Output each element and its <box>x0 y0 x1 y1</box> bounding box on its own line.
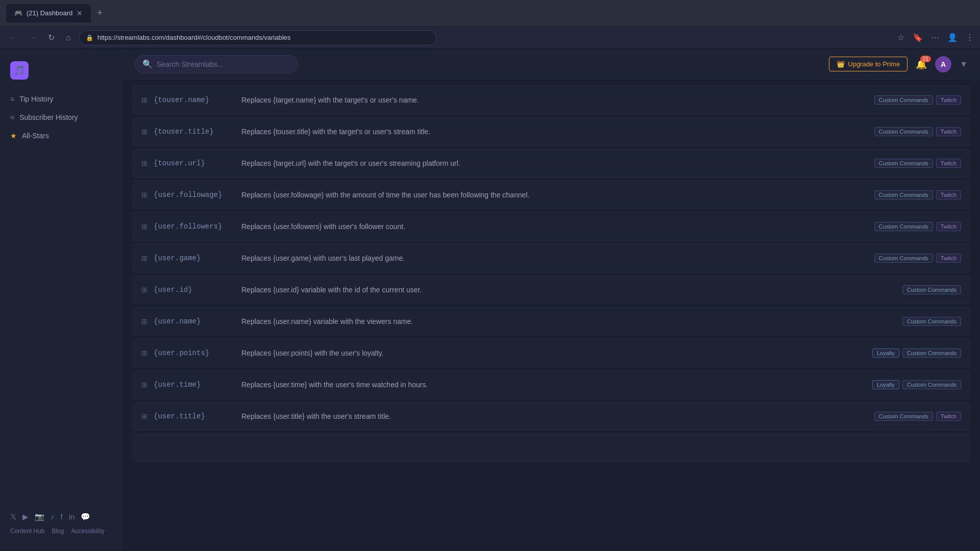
variable-name: {user.time} <box>154 381 235 389</box>
expand-icon[interactable]: ⊞ <box>141 381 148 389</box>
youtube-link[interactable]: ▶ <box>22 512 29 521</box>
user-avatar[interactable]: A <box>935 56 951 72</box>
address-bar[interactable]: 🔒 https://streamlabs.com/dashboard#/clou… <box>79 30 436 45</box>
forward-button[interactable]: → <box>26 31 40 44</box>
home-button[interactable]: ⌂ <box>63 31 74 44</box>
tab-favicon: 🎮 <box>14 9 22 17</box>
expand-icon[interactable]: ⊞ <box>141 128 148 136</box>
sidebar-nav: ≡ Tip History ≡ Subscriber History ★ All… <box>0 90 122 504</box>
variable-tag[interactable]: Loyalty <box>872 380 899 389</box>
header-actions: 👑 Upgrade to Prime 🔔 21 A ▼ <box>829 56 968 72</box>
variable-tag[interactable]: Twitch <box>936 127 961 136</box>
variable-description: Replaces {user.game} with user's last pl… <box>241 254 868 262</box>
user-dropdown-icon[interactable]: ▼ <box>960 60 968 69</box>
search-box[interactable]: 🔍 <box>135 55 298 73</box>
expand-icon[interactable]: ⊞ <box>141 286 148 294</box>
tiktok-link[interactable]: ♪ <box>51 512 55 521</box>
browser-tab-bar: 🎮 (21) Dashboard ✕ + <box>0 0 980 27</box>
variable-tag[interactable]: Custom Commands <box>874 412 933 421</box>
sidebar-item-tip-history[interactable]: ≡ Tip History <box>0 90 122 108</box>
twitter-link[interactable]: 𝕏 <box>10 512 16 521</box>
tab-close-button[interactable]: ✕ <box>77 9 83 17</box>
expand-icon[interactable]: ⊞ <box>141 191 148 199</box>
browser-nav-icons: ☆ 🔖 ⋯ 👤 ⋮ <box>897 33 974 42</box>
variable-row: ⊞{user.followers}Replaces {user.follower… <box>133 212 970 241</box>
variable-name: {user.name} <box>154 317 235 325</box>
refresh-button[interactable]: ↻ <box>45 31 58 44</box>
logo-icon: 🎵 <box>10 61 29 80</box>
variable-tag[interactable]: Custom Commands <box>902 380 961 389</box>
variable-tag[interactable]: Loyalty <box>872 348 899 358</box>
variable-tag[interactable]: Custom Commands <box>874 190 933 199</box>
variable-description: Replaces {target.url} with the target's … <box>241 159 868 167</box>
variable-tags: LoyaltyCustom Commands <box>872 348 961 358</box>
sidebar-item-all-stars[interactable]: ★ All-Stars <box>0 127 122 145</box>
back-button[interactable]: ← <box>6 31 20 44</box>
user-profile-icon[interactable]: 👤 <box>947 33 958 42</box>
accessibility-link[interactable]: Accessibility <box>71 528 104 535</box>
variable-tags: Custom Commands <box>902 317 961 326</box>
notification-badge: 21 <box>920 56 931 62</box>
variable-row: ⊞{touser.title}Replaces {touser.title} w… <box>133 117 970 146</box>
variable-tag[interactable]: Twitch <box>936 222 961 231</box>
variable-tags: LoyaltyCustom Commands <box>872 380 961 389</box>
extensions-icon[interactable]: ⋯ <box>931 33 939 42</box>
variable-name: {user.followage} <box>154 191 235 199</box>
main-content: 🔍 👑 Upgrade to Prime 🔔 21 A ▼ ⊞{touser.n… <box>122 49 980 551</box>
variable-tag[interactable]: Custom Commands <box>874 95 933 105</box>
variable-tag[interactable]: Custom Commands <box>902 317 961 326</box>
variable-row: ⊞{user.followage}Replaces {user.followag… <box>133 181 970 209</box>
sidebar-item-subscriber-history[interactable]: ≡ Subscriber History <box>0 108 122 127</box>
expand-icon[interactable]: ⊞ <box>141 317 148 325</box>
expand-icon[interactable]: ⊞ <box>141 349 148 357</box>
variable-tag[interactable]: Twitch <box>936 95 961 105</box>
search-input[interactable] <box>157 60 290 68</box>
variable-tags: Custom Commands <box>902 285 961 294</box>
variable-tags: Custom CommandsTwitch <box>874 127 961 136</box>
facebook-link[interactable]: f <box>61 512 63 521</box>
variable-row: ⊞{touser.url}Replaces {target.url} with … <box>133 149 970 178</box>
blog-link[interactable]: Blog <box>52 528 64 535</box>
variable-tag[interactable]: Custom Commands <box>874 127 933 136</box>
new-tab-button[interactable]: + <box>97 8 103 18</box>
variable-name: {touser.name} <box>154 96 235 104</box>
upgrade-button[interactable]: 👑 Upgrade to Prime <box>829 57 908 71</box>
variable-row: ⊞{user.time}Replaces {user.time} with th… <box>133 370 970 399</box>
variable-description: Replaces {user.id} variable with the id … <box>241 286 896 294</box>
instagram-link[interactable]: 📷 <box>35 512 44 521</box>
upgrade-label: Upgrade to Prime <box>848 60 900 68</box>
bookmark-icon[interactable]: 🔖 <box>913 33 923 42</box>
variable-tag[interactable]: Twitch <box>936 159 961 168</box>
discord-link[interactable]: 💬 <box>81 512 90 521</box>
app-container: 🎵 ≡ Tip History ≡ Subscriber History ★ A… <box>0 49 980 551</box>
content-hub-link[interactable]: Content Hub <box>10 528 44 535</box>
variable-tag[interactable]: Twitch <box>936 190 961 199</box>
expand-icon[interactable]: ⊞ <box>141 159 148 167</box>
menu-icon[interactable]: ⋮ <box>966 33 974 42</box>
variable-tag[interactable]: Twitch <box>936 412 961 421</box>
variable-description: Replaces {user.time} with the user's tim… <box>241 381 866 389</box>
linkedin-link[interactable]: in <box>69 512 75 521</box>
star-icon[interactable]: ☆ <box>897 33 904 42</box>
expand-icon[interactable]: ⊞ <box>141 222 148 231</box>
variable-name: {user.id} <box>154 286 235 294</box>
variable-description: Replaces {user.points} with the user's l… <box>241 349 866 357</box>
sidebar: 🎵 ≡ Tip History ≡ Subscriber History ★ A… <box>0 49 122 551</box>
social-links: 𝕏 ▶ 📷 ♪ f in 💬 <box>0 504 122 525</box>
expand-icon[interactable]: ⊞ <box>141 96 148 104</box>
tip-history-label: Tip History <box>19 95 53 103</box>
variable-tag[interactable]: Custom Commands <box>874 159 933 168</box>
variable-tag[interactable]: Custom Commands <box>902 285 961 294</box>
variable-description: Replaces {user.title} with the user's st… <box>241 412 868 420</box>
variable-tag[interactable]: Twitch <box>936 254 961 263</box>
notification-icon[interactable]: 🔔 21 <box>916 59 927 70</box>
variable-tag[interactable]: Custom Commands <box>874 222 933 231</box>
variable-tag[interactable]: Custom Commands <box>902 348 961 358</box>
variable-tag[interactable]: Custom Commands <box>874 254 933 263</box>
footer-links: Content Hub Blog Accessibility <box>0 525 122 543</box>
expand-icon[interactable]: ⊞ <box>141 412 148 420</box>
active-tab[interactable]: 🎮 (21) Dashboard ✕ <box>6 4 91 22</box>
expand-icon[interactable]: ⊞ <box>141 254 148 262</box>
variable-description: Replaces {user.followers} with user's fo… <box>241 222 868 231</box>
variables-list: ⊞{touser.name}Replaces {target.name} wit… <box>122 80 980 551</box>
